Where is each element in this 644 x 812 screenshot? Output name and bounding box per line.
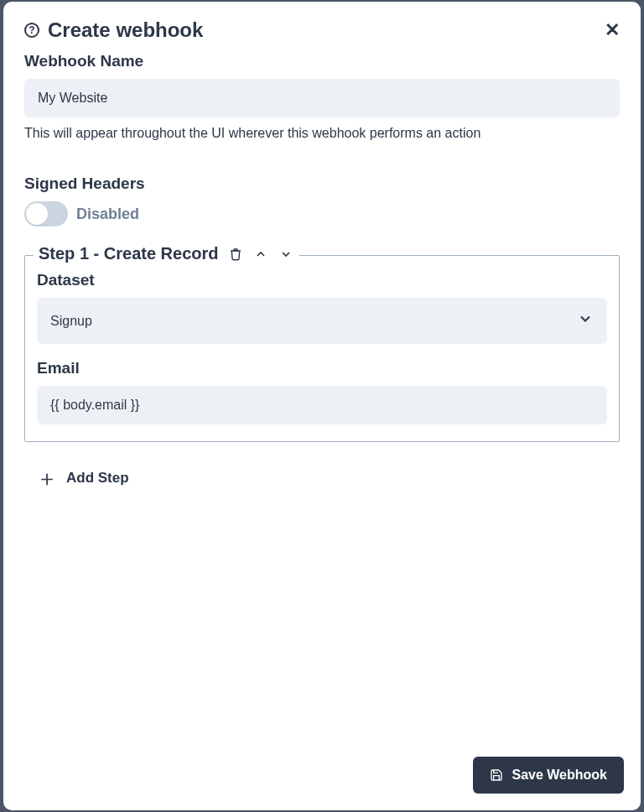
step-1-legend: Step 1 - Create Record xyxy=(34,244,299,263)
save-webhook-button[interactable]: Save Webhook xyxy=(473,757,624,794)
signed-headers-status: Disabled xyxy=(76,206,139,223)
add-step-label: Add Step xyxy=(66,470,129,487)
step-icon-group xyxy=(229,247,293,262)
webhook-name-label: Webhook Name xyxy=(24,52,620,70)
webhook-name-input[interactable] xyxy=(24,79,620,117)
email-input[interactable] xyxy=(37,386,607,424)
save-icon xyxy=(490,768,503,782)
chevron-down-icon xyxy=(577,310,594,331)
dataset-label: Dataset xyxy=(37,271,607,289)
modal-header: ? Create webhook ✕ xyxy=(24,18,620,42)
signed-headers-toggle[interactable] xyxy=(24,201,68,226)
step-1-box: Step 1 - Create Record Dataset Signup E xyxy=(24,255,620,442)
chevron-down-icon[interactable] xyxy=(279,247,293,261)
signed-headers-toggle-row: Disabled xyxy=(24,201,620,226)
dataset-select[interactable]: Signup xyxy=(37,298,607,344)
help-icon[interactable]: ? xyxy=(24,23,39,38)
modal-header-left: ? Create webhook xyxy=(24,18,203,42)
email-label: Email xyxy=(37,359,607,377)
add-step-button[interactable]: ＋ Add Step xyxy=(36,467,620,489)
close-icon[interactable]: ✕ xyxy=(605,21,620,39)
create-webhook-modal: ? Create webhook ✕ Webhook Name This wil… xyxy=(3,2,641,810)
dataset-selected-value: Signup xyxy=(50,314,92,329)
save-webhook-label: Save Webhook xyxy=(512,768,607,783)
step-1-title: Step 1 - Create Record xyxy=(39,244,219,263)
toggle-thumb xyxy=(26,203,48,225)
trash-icon[interactable] xyxy=(229,247,242,262)
page-title: Create webhook xyxy=(48,18,203,42)
chevron-up-icon[interactable] xyxy=(254,247,267,261)
webhook-name-helper: This will appear throughout the UI where… xyxy=(24,126,620,141)
signed-headers-label: Signed Headers xyxy=(24,174,620,193)
plus-icon: ＋ xyxy=(36,467,58,489)
